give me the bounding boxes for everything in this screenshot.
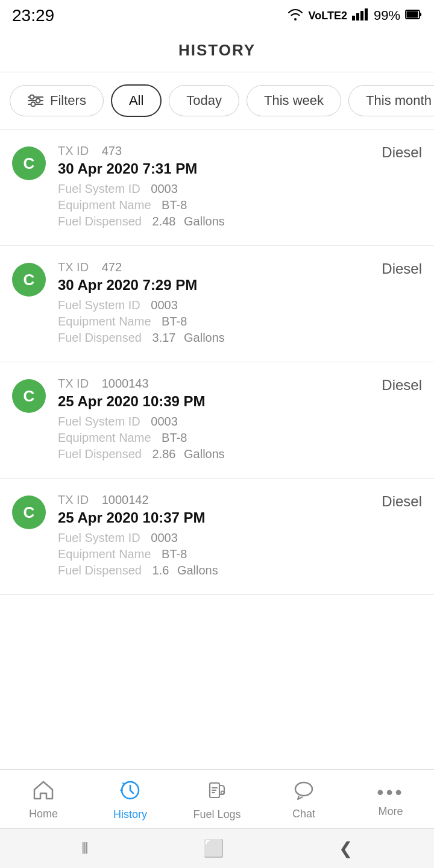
lte-icon: VoLTE2 bbox=[309, 10, 347, 22]
fuel-logs-nav-label: Fuel Logs bbox=[193, 808, 241, 821]
tx-id-line: TX ID 473 bbox=[58, 144, 422, 158]
transaction-list: C TX ID 473 30 Apr 2020 7:31 PM Fuel Sys… bbox=[0, 130, 434, 769]
chat-nav-label: Chat bbox=[292, 808, 315, 820]
android-nav-bar: ⦀ ⬜ ❮ bbox=[0, 828, 434, 868]
filter-thisweek-button[interactable]: This week bbox=[247, 85, 341, 116]
svg-rect-1 bbox=[356, 13, 359, 20]
tx-id-value: 473 bbox=[102, 144, 122, 157]
tx-id-line: TX ID 472 bbox=[58, 260, 422, 274]
tx-equipment: Equipment Name BT-8 bbox=[58, 198, 422, 212]
table-row[interactable]: C TX ID 472 30 Apr 2020 7:29 PM Fuel Sys… bbox=[0, 246, 434, 362]
tx-date: 30 Apr 2020 7:29 PM bbox=[58, 277, 422, 294]
tx-id-label: TX ID bbox=[58, 260, 89, 274]
filter-today-label: Today bbox=[186, 93, 222, 108]
dispensed-unit: Gallons bbox=[184, 447, 225, 461]
status-icons: VoLTE2 99% bbox=[287, 7, 422, 24]
dispensed-value: 3.17 bbox=[153, 331, 176, 344]
sidebar-item-home[interactable]: Home bbox=[0, 780, 87, 820]
svg-point-16 bbox=[295, 782, 312, 796]
filter-all-label: All bbox=[129, 93, 143, 108]
svg-rect-3 bbox=[365, 8, 368, 20]
equipment-label: Equipment Name bbox=[58, 198, 151, 212]
more-nav-label: More bbox=[378, 805, 403, 818]
page-header: HISTORY bbox=[0, 29, 434, 72]
dispensed-value: 2.48 bbox=[153, 215, 176, 228]
dispensed-label: Fuel Dispensed bbox=[58, 331, 142, 344]
tx-equipment: Equipment Name BT-8 bbox=[58, 547, 422, 561]
table-row[interactable]: C TX ID 473 30 Apr 2020 7:31 PM Fuel Sys… bbox=[0, 130, 434, 246]
tx-dispensed: Fuel Dispensed 1.6 Gallons bbox=[58, 564, 422, 577]
recent-apps-button[interactable]: ⦀ bbox=[81, 838, 89, 858]
equipment-value: BT-8 bbox=[162, 198, 187, 212]
tx-date: 25 Apr 2020 10:37 PM bbox=[58, 509, 422, 526]
dispensed-unit: Gallons bbox=[184, 215, 225, 228]
sidebar-item-chat[interactable]: Chat bbox=[260, 780, 347, 820]
svg-rect-5 bbox=[407, 11, 418, 18]
tx-id-label: TX ID bbox=[58, 377, 89, 390]
filter-today-button[interactable]: Today bbox=[169, 85, 239, 116]
equipment-value: BT-8 bbox=[162, 547, 187, 561]
more-icon: ••• bbox=[377, 782, 404, 802]
fuel-type: Diesel bbox=[382, 493, 422, 510]
sidebar-item-fuel-logs[interactable]: Fuel Logs bbox=[174, 779, 260, 821]
status-time: 23:29 bbox=[12, 6, 54, 25]
fuel-system-value: 0003 bbox=[151, 531, 178, 544]
fuel-system-label: Fuel System ID bbox=[58, 415, 140, 428]
equipment-label: Equipment Name bbox=[58, 431, 151, 444]
tx-fuel-system: Fuel System ID 0003 bbox=[58, 182, 422, 196]
signal-icon bbox=[352, 7, 369, 24]
tx-id-label: TX ID bbox=[58, 493, 89, 506]
status-bar: 23:29 VoLTE2 99% bbox=[0, 0, 434, 29]
sidebar-item-more[interactable]: ••• More bbox=[347, 782, 434, 818]
tx-dispensed: Fuel Dispensed 2.48 Gallons bbox=[58, 215, 422, 228]
table-row[interactable]: C TX ID 1000143 25 Apr 2020 10:39 PM Fue… bbox=[0, 362, 434, 479]
filter-bar: Filters All Today This week This month bbox=[0, 72, 434, 130]
tx-id-value: 472 bbox=[102, 260, 122, 274]
dispensed-label: Fuel Dispensed bbox=[58, 215, 142, 228]
tx-id-line: TX ID 1000142 bbox=[58, 493, 422, 507]
tx-dispensed: Fuel Dispensed 3.17 Gallons bbox=[58, 331, 422, 345]
fuel-system-value: 0003 bbox=[151, 182, 178, 195]
equipment-value: BT-8 bbox=[162, 431, 187, 444]
tx-fuel-system: Fuel System ID 0003 bbox=[58, 298, 422, 312]
svg-rect-2 bbox=[360, 11, 363, 20]
dispensed-label: Fuel Dispensed bbox=[58, 447, 142, 461]
tx-equipment: Equipment Name BT-8 bbox=[58, 431, 422, 445]
svg-point-15 bbox=[221, 791, 224, 794]
history-nav-label: History bbox=[113, 808, 147, 821]
filter-all-button[interactable]: All bbox=[111, 84, 162, 117]
fuel-logs-icon bbox=[207, 779, 227, 805]
history-icon bbox=[119, 779, 141, 805]
wifi-icon bbox=[287, 7, 304, 24]
avatar: C bbox=[12, 495, 46, 529]
avatar: C bbox=[12, 263, 46, 297]
fuel-system-value: 0003 bbox=[151, 298, 178, 312]
tx-fuel-system: Fuel System ID 0003 bbox=[58, 531, 422, 545]
chat-icon bbox=[293, 780, 315, 804]
sidebar-item-history[interactable]: History bbox=[87, 779, 174, 821]
fuel-type: Diesel bbox=[382, 260, 422, 277]
tx-content: TX ID 1000143 25 Apr 2020 10:39 PM Fuel … bbox=[58, 377, 422, 464]
tx-content: TX ID 472 30 Apr 2020 7:29 PM Fuel Syste… bbox=[58, 260, 422, 347]
svg-rect-6 bbox=[420, 13, 421, 16]
tx-date: 30 Apr 2020 7:31 PM bbox=[58, 160, 422, 177]
dispensed-label: Fuel Dispensed bbox=[58, 564, 142, 577]
tx-content: TX ID 1000142 25 Apr 2020 10:37 PM Fuel … bbox=[58, 493, 422, 580]
fuel-system-label: Fuel System ID bbox=[58, 298, 140, 312]
home-button[interactable]: ⬜ bbox=[203, 838, 224, 858]
fuel-system-value: 0003 bbox=[151, 415, 178, 428]
filters-label: Filters bbox=[50, 93, 86, 108]
tx-id-label: TX ID bbox=[58, 144, 89, 157]
tx-id-line: TX ID 1000143 bbox=[58, 377, 422, 391]
fuel-type: Diesel bbox=[382, 144, 422, 161]
tx-dispensed: Fuel Dispensed 2.86 Gallons bbox=[58, 447, 422, 461]
equipment-value: BT-8 bbox=[162, 315, 187, 328]
tx-fuel-system: Fuel System ID 0003 bbox=[58, 415, 422, 429]
filters-button[interactable]: Filters bbox=[10, 85, 104, 116]
equipment-label: Equipment Name bbox=[58, 315, 151, 328]
dispensed-value: 2.86 bbox=[153, 447, 176, 461]
table-row[interactable]: C TX ID 1000142 25 Apr 2020 10:37 PM Fue… bbox=[0, 479, 434, 595]
filter-thismonth-button[interactable]: This month bbox=[348, 85, 434, 116]
tx-equipment: Equipment Name BT-8 bbox=[58, 315, 422, 329]
back-button[interactable]: ❮ bbox=[339, 838, 353, 858]
